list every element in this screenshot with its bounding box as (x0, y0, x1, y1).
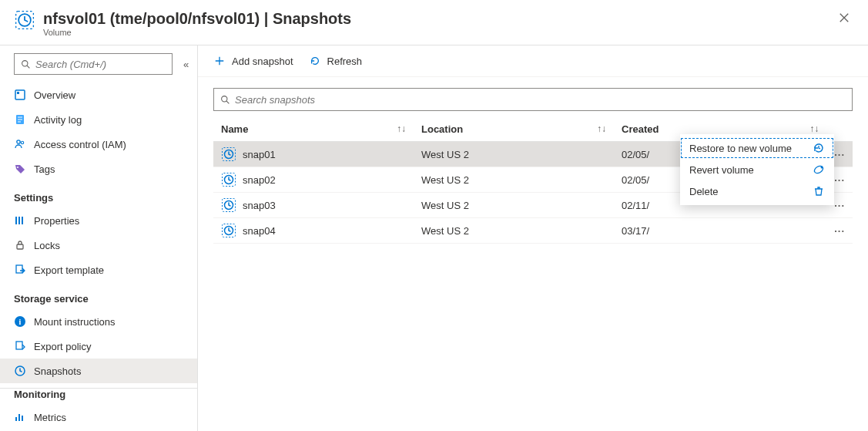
snapshot-location: West US 2 (414, 167, 614, 193)
info-icon: i (14, 315, 26, 328)
sidebar-item-metrics[interactable]: Metrics (0, 405, 197, 429)
delete-icon (813, 185, 825, 197)
blade-header: nfsvol01 (tme/pool0/nfsvol01) | Snapshot… (0, 0, 868, 45)
sidebar-item-export-template[interactable]: Export template (0, 258, 197, 282)
column-header-location[interactable]: Location ↑↓ (414, 117, 614, 142)
sidebar-item-label: Activity log (34, 114, 82, 126)
column-header-name[interactable]: Name ↑↓ (213, 117, 414, 142)
sidebar-section-settings: Settings (0, 181, 197, 208)
sidebar-item-label: Overview (34, 89, 75, 101)
sort-icon[interactable]: ↑↓ (809, 123, 819, 134)
refresh-label: Refresh (327, 56, 363, 67)
close-button[interactable] (836, 9, 853, 26)
search-icon (21, 59, 31, 69)
sidebar-search-input[interactable] (35, 59, 166, 70)
sidebar: « OverviewActivity logAccess control (IA… (0, 45, 198, 431)
snapshot-icon (221, 197, 236, 213)
sidebar-item-label: Export template (34, 264, 104, 276)
sidebar-item-label: Locks (34, 240, 60, 251)
lock-icon (14, 239, 26, 251)
svg-rect-3 (15, 90, 25, 99)
add-snapshot-label: Add snapshot (232, 56, 293, 67)
main-pane: Add snapshot Refresh Nam (198, 45, 868, 431)
sidebar-item-label: Tags (34, 163, 55, 175)
page-title: nfsvol01 (tme/pool0/nfsvol01) | Snapshot… (43, 9, 836, 28)
sidebar-section-storage-service: Storage service (0, 282, 197, 309)
toolbar: Add snapshot Refresh (198, 45, 868, 77)
policy-icon (14, 340, 26, 352)
sidebar-nav: OverviewActivity logAccess control (IAM)… (0, 82, 197, 429)
svg-point-7 (21, 141, 23, 143)
sidebar-section-monitoring: Monitoring (0, 388, 197, 405)
snapshot-name: snap03 (243, 200, 276, 211)
context-menu-label: Revert volume (689, 164, 754, 176)
overview-icon (14, 89, 26, 101)
snapshot-location: West US 2 (414, 193, 614, 218)
snapshot-context-menu: Restore to new volumeRevert volumeDelete (680, 134, 834, 205)
add-snapshot-button[interactable]: Add snapshot (213, 55, 293, 67)
sidebar-item-activity-log[interactable]: Activity log (0, 107, 197, 132)
svg-point-25 (821, 167, 823, 169)
properties-icon (14, 214, 26, 227)
snapshot-icon (221, 146, 236, 162)
sidebar-item-properties[interactable]: Properties (0, 208, 197, 233)
sidebar-item-snapshots[interactable]: Snapshots (0, 359, 197, 383)
sidebar-item-locks[interactable]: Locks (0, 233, 197, 258)
svg-point-6 (17, 140, 20, 143)
context-menu-item-revert[interactable]: Revert volume (680, 159, 834, 180)
search-icon (220, 95, 230, 105)
sidebar-item-label: Mount instructions (34, 316, 116, 328)
volume-snapshot-icon (14, 9, 35, 31)
svg-rect-4 (17, 92, 19, 94)
collapse-sidebar-button[interactable]: « (180, 57, 192, 72)
sidebar-item-overview[interactable]: Overview (0, 82, 197, 107)
snapshot-name: snap01 (243, 149, 276, 160)
snapshot-created: 03/17/ (614, 218, 826, 244)
sidebar-item-mount-instructions[interactable]: iMount instructions (0, 309, 197, 334)
sidebar-item-label: Export policy (34, 341, 91, 352)
log-icon (14, 113, 26, 126)
snapshot-search[interactable] (213, 88, 853, 111)
plus-icon (213, 55, 226, 67)
table-row[interactable]: snap04West US 203/17/··· (213, 218, 853, 244)
revert-icon (813, 163, 825, 176)
refresh-button[interactable]: Refresh (309, 55, 363, 67)
snapshot-icon (221, 223, 236, 238)
sidebar-item-label: Metrics (34, 412, 66, 423)
row-more-button[interactable]: ··· (826, 218, 853, 244)
snapshot-icon (14, 365, 26, 377)
context-menu-label: Delete (689, 186, 719, 197)
sort-icon[interactable]: ↑↓ (597, 123, 606, 134)
svg-text:i: i (19, 318, 22, 326)
restore-icon (813, 142, 825, 154)
sort-icon[interactable]: ↑↓ (397, 123, 406, 134)
svg-point-2 (22, 60, 28, 66)
snapshot-icon (221, 172, 236, 187)
sidebar-item-tags[interactable]: Tags (0, 157, 197, 181)
context-menu-item-restore[interactable]: Restore to new volume (680, 137, 834, 159)
metrics-icon (14, 411, 26, 423)
sidebar-item-label: Access control (IAM) (34, 139, 126, 150)
snapshot-location: West US 2 (414, 218, 614, 244)
tags-icon (14, 163, 26, 175)
svg-point-15 (222, 96, 227, 101)
snapshot-name: snap02 (243, 174, 276, 186)
context-menu-label: Restore to new volume (689, 143, 792, 154)
svg-point-8 (17, 167, 18, 168)
snapshot-search-input[interactable] (235, 94, 846, 106)
context-menu-item-delete[interactable]: Delete (680, 180, 834, 202)
export-template-icon (14, 264, 26, 276)
sidebar-item-label: Snapshots (34, 365, 81, 377)
sidebar-search[interactable] (14, 53, 173, 75)
svg-point-24 (813, 165, 824, 175)
svg-rect-9 (17, 244, 23, 249)
sidebar-item-label: Properties (34, 215, 79, 227)
content: Name ↑↓ Location ↑↓ Created ↑↓ (198, 77, 868, 244)
snapshot-location: West US 2 (414, 142, 614, 167)
page-subtitle: Volume (43, 28, 836, 37)
sidebar-item-access-control[interactable]: Access control (IAM) (0, 132, 197, 157)
svg-rect-13 (16, 342, 22, 349)
sidebar-item-export-policy[interactable]: Export policy (0, 334, 197, 359)
svg-rect-10 (16, 265, 22, 273)
iam-icon (14, 138, 26, 150)
